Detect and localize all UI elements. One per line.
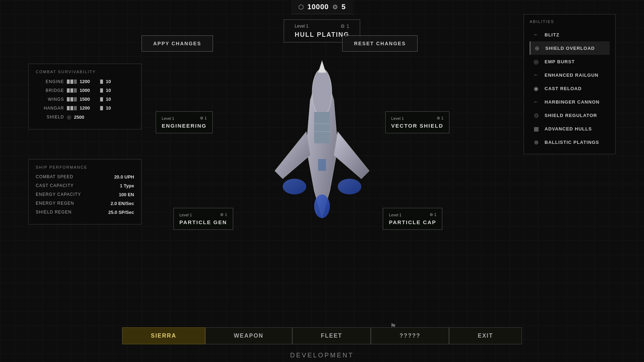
blitz-name: BLITZ <box>545 32 559 37</box>
stat-value-bridge: 1000 <box>80 88 97 93</box>
vector-shield-level-row: Level 1 ⚙ 1 <box>391 116 443 121</box>
ability-shield-overload[interactable]: ⊕ SHIELD OVERLOAD <box>530 41 610 55</box>
stat-row-shield: SHIELD ◎ 2500 <box>36 114 134 120</box>
particle-cap-gear: ⚙ 1 <box>430 212 436 217</box>
combat-survivability-panel: COMBAT SURVIVABILITY ENGINE 1200 10 BRID… <box>28 64 142 129</box>
page-title: DEVELOPMENT <box>0 352 644 359</box>
apply-button[interactable]: APPY CHANGES <box>142 35 213 52</box>
ability-enhanced-railgun[interactable]: ← ENHANCED RAILGUN <box>530 68 610 82</box>
bar-icon-wings <box>67 97 77 101</box>
tab-sierra[interactable]: SIERRA <box>122 327 205 344</box>
crew-icon: ⬡ <box>298 3 304 11</box>
svg-rect-11 <box>318 159 326 171</box>
shield-overload-name: SHIELD OVERLOAD <box>545 46 595 51</box>
engineering-title: ENGINEERING <box>162 123 207 129</box>
vector-shield-module[interactable]: Level 1 ⚙ 1 VECTOR SHIELD <box>385 111 449 133</box>
perf-row-energy-capacity: ENERGY CAPACITY 100 EN <box>36 192 134 197</box>
svg-marker-4 <box>334 132 369 179</box>
svg-marker-3 <box>275 132 310 179</box>
shield-regulator-icon: ⊙ <box>531 110 541 120</box>
perf-value-energy-regen: 2.0 EN/Sec <box>111 201 134 206</box>
particle-gen-title: PARTICLE GEN <box>179 219 227 225</box>
tab-unknown[interactable]: ????? <box>371 327 449 344</box>
tab-weapon[interactable]: WEAPON <box>205 327 292 344</box>
engineering-gear: ⚙ 1 <box>200 116 207 121</box>
gear-icon-top: ⚙ <box>332 3 338 11</box>
ability-emp-burst[interactable]: ◎ EMP BURST <box>530 55 610 68</box>
abilities-title: ABILITIES <box>530 19 610 24</box>
stat-value-hangar: 1200 <box>80 105 97 111</box>
svg-rect-2 <box>314 112 330 144</box>
ship-performance-panel: SHIP PERFORMANCE COMBAT SPEED 20.0 UPH C… <box>28 159 142 224</box>
stat-value-engine: 1200 <box>80 79 97 84</box>
engineering-module[interactable]: Level 1 ⚙ 1 ENGINEERING <box>156 111 213 133</box>
ability-harbinger-cannon[interactable]: ← HARBINGER CANNON <box>530 95 610 109</box>
svg-point-5 <box>283 179 306 194</box>
cast-reload-icon: ◉ <box>531 83 541 93</box>
hull-panel-title: HULL PLATING <box>295 31 349 39</box>
vector-shield-title: VECTOR SHIELD <box>391 123 443 129</box>
tab-fleet[interactable]: FLEET <box>292 327 371 344</box>
vector-shield-level: Level 1 <box>391 116 404 121</box>
particle-cap-level: Level 1 <box>389 213 401 217</box>
tab-exit[interactable]: EXIT <box>449 327 522 344</box>
ability-ballistic-platings[interactable]: ⊗ BALLISTIC PLATINGS <box>530 135 610 149</box>
particle-cap-level-row: Level 1 ⚙ 1 <box>389 212 436 217</box>
perf-label-energy-regen: ENERGY REGEN <box>36 201 74 206</box>
svg-point-7 <box>314 194 330 218</box>
perf-label-energy-capacity: ENERGY CAPACITY <box>36 192 81 197</box>
stat-label-wings: WINGS <box>36 97 64 102</box>
perf-label-shield-regen: SHIELD REGEN <box>36 210 71 215</box>
perf-value-energy-capacity: 100 EN <box>119 192 134 197</box>
perf-row-cast-capacity: CAST CAPACITY 1 Type <box>36 183 134 188</box>
shield-regulator-name: SHIELD REGULATOR <box>545 113 597 118</box>
perf-value-combat-speed: 20.0 UPH <box>114 174 134 180</box>
bar-icon-engine <box>67 80 77 84</box>
particle-gen-module[interactable]: Level 1 ⚙ 1 PARTICLE GEN <box>173 208 233 230</box>
bar-icon-bridge <box>67 88 77 93</box>
ability-advanced-hulls[interactable]: ▦ ADVANCED HULLS <box>530 122 610 135</box>
ability-cast-reload[interactable]: ◉ CAST RELOAD <box>530 82 610 95</box>
shield-overload-icon: ⊕ <box>532 43 542 53</box>
enhanced-railgun-name: ENHANCED RAILGUN <box>545 72 599 78</box>
top-bar: ⬡ 10000 ⚙ 5 <box>291 0 353 14</box>
ballistic-platings-name: BALLISTIC PLATINGS <box>545 140 599 145</box>
stat-row-wings: WINGS 1500 10 <box>36 97 134 102</box>
combat-panel-title: COMBAT SURVIVABILITY <box>36 70 134 74</box>
stat-row-engine: ENGINE 1200 10 <box>36 79 134 84</box>
svg-point-1 <box>312 69 332 116</box>
stat-row-hangar: HANGAR 1200 10 <box>36 105 134 111</box>
stat-row-bridge: BRIDGE 1000 10 <box>36 88 134 93</box>
cast-reload-name: CAST RELOAD <box>545 86 582 91</box>
perf-label-combat-speed: COMBAT SPEED <box>36 174 73 180</box>
harbinger-cannon-name: HARBINGER CANNON <box>545 99 599 105</box>
ability-blitz[interactable]: ← BLITZ <box>530 28 610 41</box>
perf-label-cast-capacity: CAST CAPACITY <box>36 183 74 188</box>
enhanced-railgun-icon: ← <box>531 70 541 80</box>
particle-gen-gear: ⚙ 1 <box>220 212 227 217</box>
perf-row-combat-speed: COMBAT SPEED 20.0 UPH <box>36 174 134 180</box>
ship-area <box>251 53 393 230</box>
ability-shield-regulator[interactable]: ⊙ SHIELD REGULATOR <box>530 109 610 122</box>
bar-icon-hangar <box>67 106 77 110</box>
perf-row-energy-regen: ENERGY REGEN 2.0 EN/Sec <box>36 201 134 206</box>
armor-icon-engine <box>100 80 103 84</box>
perf-row-shield-regen: SHIELD REGEN 25.0 SP/Sec <box>36 210 134 215</box>
vector-shield-gear: ⚙ 1 <box>437 116 443 121</box>
armor-icon-wings <box>100 97 103 101</box>
reset-button[interactable]: RESET CHANGES <box>342 35 418 52</box>
armor-value-wings: 10 <box>106 97 123 102</box>
perf-value-shield-regen: 25.0 SP/Sec <box>108 210 134 215</box>
bottom-tabs: SIERRA WEAPON FLEET ????? EXIT <box>0 327 644 344</box>
points-value: 5 <box>341 3 346 11</box>
particle-cap-module[interactable]: Level 1 ⚙ 1 PARTICLE CAP <box>383 208 442 230</box>
harbinger-cannon-icon: ← <box>531 97 541 107</box>
armor-value-hangar: 10 <box>106 105 123 111</box>
shield-icon-sm: ◎ <box>67 114 71 120</box>
emp-burst-name: EMP BURST <box>545 59 575 64</box>
armor-icon-hangar <box>100 106 103 110</box>
advanced-hulls-name: ADVANCED HULLS <box>545 126 592 132</box>
abilities-panel: ABILITIES ← BLITZ ⊕ SHIELD OVERLOAD ◎ EM… <box>524 14 616 154</box>
svg-marker-8 <box>318 61 326 72</box>
emp-burst-icon: ◎ <box>531 57 541 66</box>
